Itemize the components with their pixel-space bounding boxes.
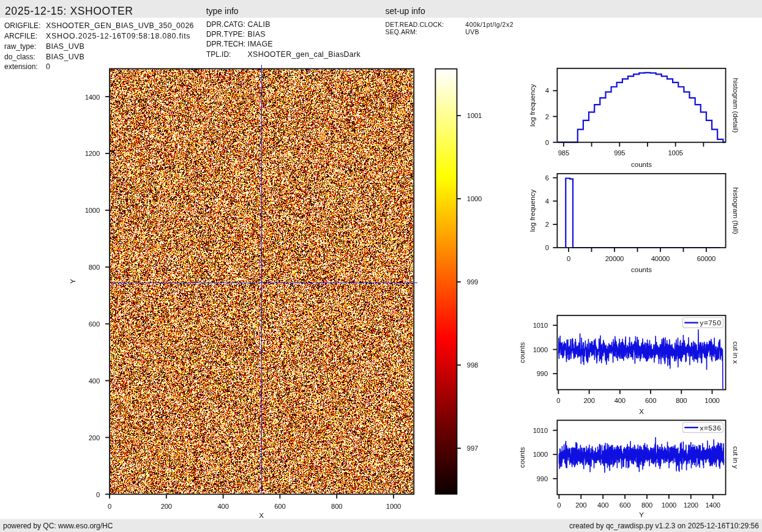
svg-text:1000: 1000 bbox=[85, 207, 100, 214]
svg-text:1001: 1001 bbox=[467, 112, 482, 119]
svg-text:extension:: extension: bbox=[4, 62, 38, 71]
svg-text:990: 990 bbox=[537, 370, 548, 377]
svg-text:999: 999 bbox=[467, 278, 478, 286]
svg-text:BIAS_UVB: BIAS_UVB bbox=[46, 42, 84, 51]
svg-text:200: 200 bbox=[89, 434, 100, 441]
svg-text:histogram (detail): histogram (detail) bbox=[732, 78, 740, 133]
svg-text:TPL.ID:: TPL.ID: bbox=[206, 50, 231, 59]
svg-text:SEQ.ARM:: SEQ.ARM: bbox=[386, 29, 417, 35]
svg-text:4: 4 bbox=[545, 198, 549, 205]
svg-text:400: 400 bbox=[597, 501, 608, 509]
svg-text:DPR.TYPE:: DPR.TYPE: bbox=[206, 30, 245, 39]
svg-text:DPR.TECH:: DPR.TECH: bbox=[206, 40, 245, 48]
svg-text:X: X bbox=[639, 407, 644, 415]
svg-text:XSHOOTER_GEN_BIAS_UVB_350_0026: XSHOOTER_GEN_BIAS_UVB_350_0026 bbox=[46, 21, 194, 30]
svg-text:1400: 1400 bbox=[85, 94, 100, 101]
svg-text:1200: 1200 bbox=[85, 150, 100, 157]
svg-text:created by qc_rawdisp.py v1.2.: created by qc_rawdisp.py v1.2.3 on 2025-… bbox=[569, 522, 759, 530]
svg-text:1000: 1000 bbox=[704, 397, 719, 404]
svg-text:0: 0 bbox=[96, 491, 100, 498]
svg-text:1000: 1000 bbox=[533, 451, 548, 458]
svg-text:powered by QC: www.eso.org/HC: powered by QC: www.eso.org/HC bbox=[3, 522, 113, 530]
svg-text:60000: 60000 bbox=[697, 255, 715, 262]
svg-text:2: 2 bbox=[545, 113, 549, 120]
svg-text:x=536: x=536 bbox=[700, 424, 722, 432]
svg-text:1010: 1010 bbox=[533, 427, 548, 434]
svg-text:997: 997 bbox=[467, 445, 478, 452]
svg-text:BIAS_UVB: BIAS_UVB bbox=[46, 53, 84, 61]
svg-text:800: 800 bbox=[89, 264, 100, 271]
svg-text:0: 0 bbox=[545, 139, 549, 146]
svg-text:990: 990 bbox=[537, 475, 548, 482]
svg-text:log frequency: log frequency bbox=[528, 189, 536, 232]
svg-text:XSHOO.2025-12-16T09:58:18.080.: XSHOO.2025-12-16T09:58:18.080.fits bbox=[46, 32, 190, 40]
svg-text:log frequency: log frequency bbox=[528, 84, 536, 127]
svg-text:200: 200 bbox=[583, 397, 594, 404]
svg-text:400: 400 bbox=[217, 503, 228, 510]
svg-text:600: 600 bbox=[645, 397, 656, 404]
svg-text:do_class:: do_class: bbox=[4, 53, 35, 61]
svg-text:1000: 1000 bbox=[386, 503, 401, 510]
svg-text:800: 800 bbox=[676, 397, 687, 404]
svg-text:0: 0 bbox=[545, 244, 549, 251]
svg-text:CALIB: CALIB bbox=[248, 20, 271, 29]
svg-text:counts: counts bbox=[518, 447, 526, 468]
svg-text:1200: 1200 bbox=[684, 501, 698, 509]
svg-text:0: 0 bbox=[46, 62, 50, 71]
svg-text:counts: counts bbox=[631, 265, 652, 273]
svg-text:600: 600 bbox=[274, 503, 285, 510]
svg-text:200: 200 bbox=[161, 503, 172, 510]
svg-text:ORIGFILE:: ORIGFILE: bbox=[4, 21, 40, 30]
svg-text:4: 4 bbox=[545, 87, 549, 94]
svg-text:histogram (full): histogram (full) bbox=[732, 187, 740, 234]
svg-text:counts: counts bbox=[631, 160, 652, 168]
svg-text:counts: counts bbox=[518, 342, 526, 363]
svg-text:6: 6 bbox=[545, 174, 549, 182]
svg-text:2025-12-15: XSHOOTER: 2025-12-15: XSHOOTER bbox=[5, 5, 133, 17]
svg-text:DET.READ.CLOCK:: DET.READ.CLOCK: bbox=[386, 21, 444, 28]
svg-text:1400: 1400 bbox=[706, 501, 720, 509]
svg-text:Y: Y bbox=[639, 511, 644, 519]
svg-text:200: 200 bbox=[575, 501, 586, 509]
svg-text:IMAGE: IMAGE bbox=[248, 40, 273, 48]
svg-text:type info: type info bbox=[206, 6, 239, 16]
svg-text:0: 0 bbox=[108, 503, 111, 510]
svg-text:set-up info: set-up info bbox=[385, 6, 425, 16]
svg-text:0: 0 bbox=[557, 501, 561, 509]
svg-text:cut in x: cut in x bbox=[732, 341, 740, 364]
svg-text:1000: 1000 bbox=[533, 346, 548, 353]
svg-text:1005: 1005 bbox=[668, 149, 683, 157]
svg-text:400k/1pt/lg/2x2: 400k/1pt/lg/2x2 bbox=[465, 21, 514, 28]
svg-text:1000: 1000 bbox=[662, 501, 676, 509]
svg-text:995: 995 bbox=[614, 149, 625, 157]
svg-text:985: 985 bbox=[558, 149, 569, 157]
svg-text:DPR.CATG:: DPR.CATG: bbox=[206, 20, 245, 29]
svg-text:X: X bbox=[259, 511, 264, 519]
svg-text:raw_type:: raw_type: bbox=[4, 42, 36, 51]
svg-text:0: 0 bbox=[567, 255, 570, 262]
svg-text:0: 0 bbox=[556, 397, 560, 404]
svg-text:Y: Y bbox=[69, 279, 77, 284]
svg-text:1010: 1010 bbox=[533, 322, 548, 329]
svg-text:20000: 20000 bbox=[605, 255, 624, 262]
svg-text:800: 800 bbox=[641, 501, 652, 509]
svg-text:998: 998 bbox=[467, 361, 478, 369]
svg-text:BIAS: BIAS bbox=[248, 30, 266, 39]
svg-text:600: 600 bbox=[89, 320, 100, 328]
svg-text:UVB: UVB bbox=[465, 29, 479, 35]
svg-text:600: 600 bbox=[619, 501, 630, 509]
svg-text:2: 2 bbox=[545, 221, 549, 228]
svg-text:XSHOOTER_gen_cal_BiasDark: XSHOOTER_gen_cal_BiasDark bbox=[248, 50, 361, 59]
svg-text:800: 800 bbox=[331, 503, 342, 510]
svg-text:ARCFILE:: ARCFILE: bbox=[4, 32, 37, 40]
svg-text:400: 400 bbox=[89, 377, 100, 385]
svg-text:cut in y: cut in y bbox=[732, 446, 740, 469]
svg-text:y=750: y=750 bbox=[700, 319, 722, 327]
svg-text:40000: 40000 bbox=[651, 255, 670, 262]
svg-text:1000: 1000 bbox=[467, 195, 482, 202]
svg-text:400: 400 bbox=[614, 397, 626, 404]
